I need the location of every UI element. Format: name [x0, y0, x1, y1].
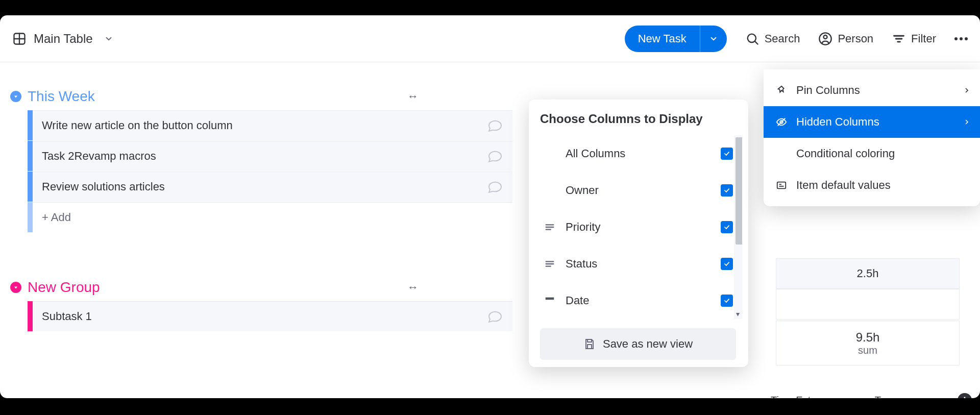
new-task-label: New Task: [625, 26, 700, 52]
column-resize-handle[interactable]: ↔: [407, 90, 419, 103]
add-task-row[interactable]: + Add: [28, 202, 980, 233]
chat-icon[interactable]: [487, 117, 503, 134]
view-switcher[interactable]: Main Table: [12, 32, 113, 46]
column-option-owner[interactable]: Owner: [540, 172, 742, 209]
table-icon: [12, 32, 27, 46]
settings-dropdown: Pin Columns Hidden Columns Conditional c…: [764, 69, 980, 206]
svg-point-12: [547, 187, 550, 190]
lines-icon: [543, 258, 556, 270]
collapse-toggle[interactable]: [10, 91, 21, 102]
save-as-new-view-button[interactable]: Save as new view: [540, 328, 736, 360]
person-icon: [818, 32, 832, 46]
chevron-down-icon: [709, 34, 718, 43]
column-header-time[interactable]: Time Est.: [771, 395, 814, 399]
menu-item-label: Hidden Columns: [796, 115, 879, 129]
svg-marker-10: [14, 96, 17, 98]
save-icon: [583, 338, 596, 350]
column-sum: 9.5h sum: [776, 321, 960, 365]
time-cell[interactable]: 2.5h: [776, 258, 960, 289]
time-cell[interactable]: [776, 289, 960, 320]
scrollbar-thumb[interactable]: [736, 137, 742, 245]
save-view-label: Save as new view: [603, 337, 693, 351]
choose-columns-popover: Choose Columns to Display All Columns Ow…: [529, 100, 748, 367]
new-task-dropdown[interactable]: [700, 26, 727, 52]
svg-rect-21: [546, 298, 554, 300]
menu-item-conditional-coloring[interactable]: Conditional coloring: [764, 138, 980, 169]
svg-line-4: [754, 41, 757, 44]
column-option-status[interactable]: Status: [540, 246, 742, 282]
menu-item-default-values[interactable]: Item default values: [764, 169, 980, 201]
chevron-right-icon: [963, 86, 971, 94]
person-label: Person: [838, 32, 873, 45]
column-option-all[interactable]: All Columns: [540, 135, 742, 172]
chat-icon[interactable]: [487, 148, 503, 164]
chevron-down-icon: [13, 93, 19, 100]
chevron-right-icon: [963, 118, 971, 126]
search-icon: [745, 32, 760, 46]
row-color-bar: [28, 301, 33, 331]
person-icon: [543, 185, 556, 196]
popover-title: Choose Columns to Display: [540, 112, 742, 126]
chevron-down-icon: [104, 34, 113, 43]
time-estimate-column: 2.5h 9.5h sum: [776, 258, 960, 365]
more-options-button[interactable]: [954, 37, 968, 40]
pin-icon: [775, 85, 788, 96]
checkbox-checked[interactable]: [721, 295, 733, 307]
chat-icon[interactable]: [487, 308, 503, 325]
checkbox-checked[interactable]: [721, 221, 733, 233]
filter-button[interactable]: Filter: [892, 32, 936, 46]
menu-item-hidden-columns[interactable]: Hidden Columns: [764, 106, 980, 138]
menu-item-label: Item default values: [796, 179, 891, 192]
calendar-icon: [543, 295, 556, 306]
eye-off-icon: [775, 116, 788, 128]
row-color-bar: [28, 141, 33, 171]
menu-item-pin-columns[interactable]: Pin Columns: [764, 75, 980, 106]
collapse-toggle[interactable]: [10, 282, 21, 293]
column-resize-handle[interactable]: ↔: [407, 281, 419, 294]
checkbox-checked[interactable]: [721, 258, 733, 270]
svg-point-6: [824, 35, 827, 39]
person-button[interactable]: Person: [818, 32, 873, 46]
task-name: Write new article on the button column: [42, 119, 233, 132]
scrollbar[interactable]: ▾: [734, 135, 742, 319]
column-header-tags[interactable]: Tags: [875, 395, 896, 399]
column-list: All Columns Owner Priority Status Da: [540, 135, 742, 319]
menu-item-label: Conditional coloring: [796, 147, 895, 160]
toolbar: Main Table New Task Search Person Filter: [0, 15, 980, 62]
search-label: Search: [765, 32, 800, 45]
svg-rect-25: [587, 345, 592, 349]
filter-label: Filter: [911, 32, 936, 45]
group-title: This Week: [28, 88, 95, 105]
column-option-date[interactable]: Date: [540, 282, 742, 319]
menu-item-label: Pin Columns: [796, 84, 860, 97]
checkbox-checked[interactable]: [721, 148, 733, 160]
svg-point-13: [551, 187, 553, 189]
group-title: New Group: [28, 279, 100, 296]
column-option-priority[interactable]: Priority: [540, 209, 742, 246]
task-name: Subtask 1: [42, 310, 92, 323]
checkbox-checked[interactable]: [721, 184, 733, 197]
lines-icon: [543, 222, 556, 233]
form-icon: [775, 180, 788, 191]
column-option-label: Priority: [566, 221, 712, 234]
scroll-down-arrow[interactable]: ▾: [736, 310, 740, 318]
sum-label: sum: [858, 345, 877, 356]
sum-value: 9.5h: [856, 330, 880, 345]
task-name: Review solutions articles: [42, 180, 165, 193]
view-name: Main Table: [34, 32, 93, 46]
new-task-button[interactable]: New Task: [625, 26, 727, 52]
task-name: Task 2Revamp macros: [42, 150, 156, 163]
add-task-label: + Add: [42, 211, 71, 224]
column-option-label: Status: [566, 257, 712, 271]
column-option-label: All Columns: [566, 147, 712, 160]
search-button[interactable]: Search: [745, 32, 800, 46]
board-card: Main Table New Task Search Person Filter: [0, 15, 980, 398]
svg-point-28: [783, 155, 786, 158]
svg-rect-24: [587, 339, 592, 342]
svg-marker-11: [14, 287, 17, 289]
svg-rect-29: [777, 182, 786, 189]
chat-icon[interactable]: [487, 179, 503, 195]
row-color-bar: [28, 172, 33, 202]
column-headers: Time Est. Tags +: [771, 393, 972, 398]
add-column-button[interactable]: +: [958, 393, 972, 398]
